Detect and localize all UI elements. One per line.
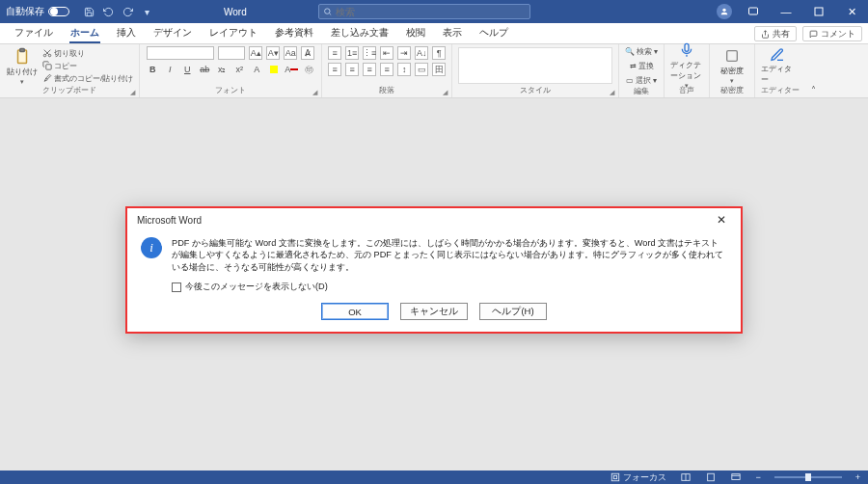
editor-button[interactable]: エディター (761, 46, 794, 85)
dialog-close-button[interactable]: ✕ (708, 210, 735, 229)
align-center-icon[interactable]: ≡ (345, 63, 359, 76)
sensitivity-button[interactable]: 秘密度▾ (716, 46, 748, 85)
decrease-indent-icon[interactable]: ⇤ (380, 46, 393, 60)
search-input[interactable] (336, 7, 526, 17)
search-box[interactable] (318, 4, 530, 19)
tab-references[interactable]: 参考資料 (266, 22, 322, 43)
tab-insert[interactable]: 挿入 (108, 22, 145, 43)
undo-icon[interactable] (102, 6, 114, 17)
enclose-char-icon[interactable]: ㊞ (302, 63, 315, 76)
tab-review[interactable]: 校閲 (397, 22, 434, 43)
account-button[interactable] (712, 0, 737, 23)
borders-icon[interactable]: 田 (432, 63, 446, 76)
paste-button[interactable]: 貼り付け ▾ (6, 46, 39, 85)
title-bar-left: 自動保存 ▾ (0, 5, 152, 18)
svg-point-2 (722, 9, 725, 12)
text-effects-icon[interactable]: A (250, 63, 263, 76)
group-clipboard: 貼り付け ▾ 切り取り コピー 書式のコピー/貼り付け クリップボード◢ (0, 44, 140, 97)
bullets-icon[interactable]: ≡ (328, 46, 341, 60)
maximize-button[interactable] (802, 0, 835, 23)
font-size-combo[interactable] (218, 46, 245, 60)
dialog-launcher-icon[interactable]: ◢ (443, 89, 448, 96)
redo-icon[interactable] (122, 6, 133, 17)
qat-dropdown-icon[interactable]: ▾ (141, 6, 152, 17)
dictation-button[interactable]: ディクテーション▾ (670, 46, 703, 85)
paste-icon (13, 46, 32, 66)
subscript-icon[interactable]: x₂ (215, 63, 229, 76)
save-icon[interactable] (83, 6, 95, 17)
view-web-icon[interactable] (730, 472, 742, 482)
align-right-icon[interactable]: ≡ (363, 63, 376, 76)
comments-button[interactable]: コメント (802, 26, 862, 41)
multilevel-list-icon[interactable]: ⋮≡ (363, 46, 376, 60)
dialog-launcher-icon[interactable]: ◢ (130, 89, 135, 96)
increase-indent-icon[interactable]: ⇥ (397, 46, 411, 60)
find-button[interactable]: 🔍 検索 ▾ (625, 46, 658, 57)
dialog-launcher-icon[interactable]: ◢ (312, 89, 317, 96)
ok-button[interactable]: OK (321, 303, 389, 320)
change-case-icon[interactable]: Aa (284, 46, 297, 60)
tab-view[interactable]: 表示 (434, 22, 471, 43)
tab-layout[interactable]: レイアウト (201, 22, 266, 43)
replace-button[interactable]: ⇄ 置換 (630, 61, 654, 71)
close-button[interactable]: ✕ (835, 0, 868, 23)
styles-gallery[interactable] (458, 47, 612, 84)
zoom-out-button[interactable]: − (755, 472, 760, 482)
pdf-convert-dialog: Microsoft Word ✕ i PDF から編集可能な Word 文書に変… (125, 206, 743, 334)
view-print-icon[interactable] (705, 472, 717, 482)
group-styles: スタイル◢ (452, 44, 619, 97)
tab-file[interactable]: ファイル (6, 22, 62, 43)
superscript-icon[interactable]: x² (232, 63, 246, 76)
clear-formatting-icon[interactable]: A̷ (301, 46, 314, 60)
select-button[interactable]: ▭ 選択 ▾ (626, 75, 657, 86)
justify-icon[interactable]: ≡ (380, 63, 393, 76)
title-bar: 自動保存 ▾ Word ― ✕ (0, 0, 868, 23)
svg-rect-20 (708, 473, 715, 481)
numbering-icon[interactable]: 1≡ (345, 46, 359, 60)
highlight-icon[interactable] (267, 63, 281, 76)
ribbon-display-options[interactable] (737, 0, 770, 23)
line-spacing-icon[interactable]: ↕ (397, 63, 411, 76)
minimize-button[interactable]: ― (770, 0, 802, 23)
strikethrough-icon[interactable]: ab (198, 63, 211, 76)
group-paragraph: ≡ 1≡ ⋮≡ ⇤ ⇥ A↓ ¶ ≡ ≡ ≡ ≡ ↕ ▭ 田 段落◢ (322, 44, 452, 97)
toggle-off-icon[interactable] (48, 7, 69, 16)
sort-icon[interactable]: A↓ (415, 46, 428, 60)
autosave-label: 自動保存 (6, 5, 44, 18)
font-color-icon[interactable]: A (285, 63, 298, 76)
tab-help[interactable]: ヘルプ (471, 22, 517, 43)
cut-button[interactable]: 切り取り (42, 48, 133, 59)
tab-home[interactable]: ホーム (62, 22, 108, 43)
tab-mailings[interactable]: 差し込み文書 (322, 22, 397, 43)
dont-show-again-checkbox[interactable]: 今後このメッセージを表示しない(D) (172, 281, 727, 293)
grow-font-icon[interactable]: A▴ (249, 46, 262, 60)
cancel-button[interactable]: キャンセル (400, 303, 468, 320)
view-read-icon[interactable] (680, 472, 692, 482)
zoom-slider[interactable] (774, 476, 842, 478)
group-font: A▴ A▾ Aa A̷ B I U ab x₂ x² A A ㊞ フォント◢ (140, 44, 322, 97)
shrink-font-icon[interactable]: A▾ (266, 46, 280, 60)
dialog-launcher-icon[interactable]: ◢ (610, 89, 614, 96)
font-name-combo[interactable] (147, 46, 214, 60)
svg-line-1 (329, 13, 331, 15)
tab-design[interactable]: デザイン (145, 22, 201, 43)
autosave-toggle[interactable]: 自動保存 (6, 5, 69, 18)
align-left-icon[interactable]: ≡ (328, 63, 341, 76)
collapse-ribbon-icon[interactable]: ˄ (805, 85, 822, 97)
focus-mode-button[interactable]: フォーカス (610, 471, 666, 484)
help-button[interactable]: ヘルプ(H) (479, 303, 547, 320)
italic-icon[interactable]: I (163, 63, 176, 76)
checkbox-icon[interactable] (172, 282, 181, 292)
underline-icon[interactable]: U (180, 63, 194, 76)
ribbon: 貼り付け ▾ 切り取り コピー 書式のコピー/貼り付け クリップボード◢ A▴ … (0, 44, 868, 98)
title-bar-right: ― ✕ (712, 0, 868, 23)
format-painter-button[interactable]: 書式のコピー/貼り付け (42, 73, 133, 84)
search-icon (323, 7, 332, 16)
show-marks-icon[interactable]: ¶ (432, 46, 446, 60)
shading-icon[interactable]: ▭ (415, 63, 428, 76)
copy-button[interactable]: コピー (42, 61, 133, 71)
bold-icon[interactable]: B (146, 63, 159, 76)
share-button[interactable]: 共有 (754, 26, 797, 41)
zoom-in-button[interactable]: + (855, 472, 860, 482)
status-bar: フォーカス − + (0, 471, 868, 484)
